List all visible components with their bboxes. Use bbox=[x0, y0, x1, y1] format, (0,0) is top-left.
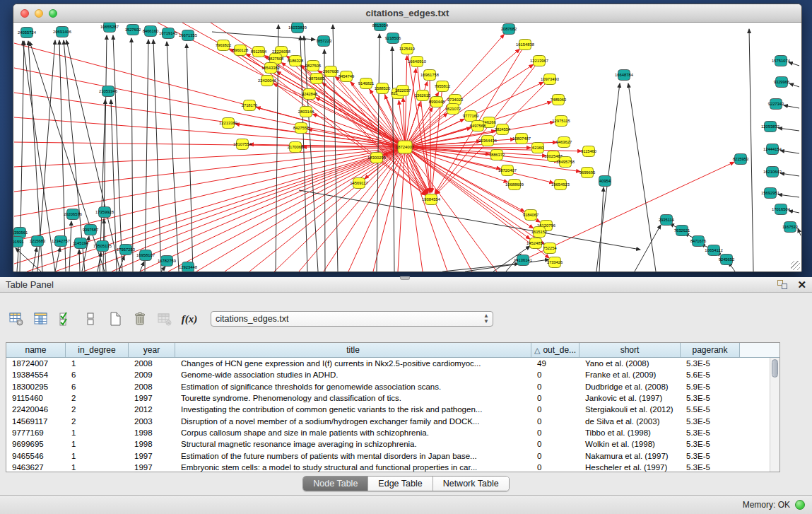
cell-name[interactable]: 14569117 bbox=[6, 417, 66, 426]
graph-node[interactable]: 18107554 bbox=[233, 139, 252, 150]
graph-node[interactable]: 8427552 bbox=[293, 123, 310, 134]
column-header-out-de-[interactable]: △out_de... bbox=[531, 343, 579, 357]
cell-title[interactable]: Changes of HCN gene expression and I(f) … bbox=[175, 359, 531, 368]
table-row[interactable]: 1456911722003Disruption of a novel membe… bbox=[6, 415, 770, 426]
graph-node[interactable]: 16033809 bbox=[288, 23, 307, 33]
graph-node[interactable]: 22420046 bbox=[258, 76, 276, 86]
graph-node[interactable]: 16648784 bbox=[615, 70, 634, 81]
graph-node[interactable]: 2718176 bbox=[242, 100, 258, 111]
cell-title[interactable]: Embryonic stem cells: a model to study s… bbox=[175, 463, 531, 472]
graph-node[interactable]: 16210643 bbox=[763, 167, 782, 177]
graph-node[interactable]: 19384554 bbox=[422, 194, 441, 205]
cell-short[interactable]: Hescheler et al. (1997) bbox=[579, 463, 681, 472]
graph-node[interactable]: 8813054 bbox=[372, 23, 389, 31]
table-row[interactable]: 946362711997Embryonic stem cells: a mode… bbox=[6, 462, 770, 472]
new-table-button[interactable] bbox=[106, 310, 124, 328]
graph-node[interactable]: 752254 bbox=[543, 243, 557, 254]
graph-node[interactable]: 12093832 bbox=[761, 122, 779, 132]
cell-title[interactable]: Estimation of the future numbers of pati… bbox=[175, 452, 531, 460]
column-header-pagerank[interactable]: pagerank bbox=[681, 343, 740, 357]
graph-node[interactable]: 12923448 bbox=[179, 262, 197, 272]
cell-year[interactable]: 2003 bbox=[129, 417, 175, 426]
cell-in-degree[interactable]: 1 bbox=[66, 359, 129, 368]
cell-pagerank[interactable]: 5.3E-5 bbox=[681, 359, 740, 368]
column-header-year[interactable]: year bbox=[129, 343, 175, 357]
graph-node[interactable]: 9218506 bbox=[385, 33, 401, 44]
graph-node[interactable]: 1615152 bbox=[531, 227, 548, 238]
graph-node[interactable]: 2803144 bbox=[298, 107, 314, 117]
graph-node[interactable]: 9329966 bbox=[774, 77, 790, 88]
graph-node[interactable]: 18724007 bbox=[396, 141, 414, 153]
graph-node[interactable]: 10719145 bbox=[159, 28, 177, 39]
cell-name[interactable]: 9115460 bbox=[6, 394, 66, 402]
graph-node[interactable]: 1167533 bbox=[782, 222, 798, 233]
select-column-button[interactable] bbox=[32, 310, 50, 328]
cell-in-degree[interactable]: 1 bbox=[66, 440, 129, 448]
graph-node[interactable]: 15751074 bbox=[772, 56, 791, 66]
graph-node[interactable]: 15692951 bbox=[761, 188, 779, 199]
graph-node[interactable]: 8186328 bbox=[288, 56, 304, 66]
graph-node[interactable]: 7857223 bbox=[316, 36, 332, 47]
graph-node[interactable]: 62160 bbox=[532, 143, 544, 153]
cell-in-degree[interactable]: 2 bbox=[66, 405, 129, 414]
graph-node[interactable]: 6497568 bbox=[470, 121, 486, 132]
cell-short[interactable]: Dudbridge et al. (2008) bbox=[579, 382, 681, 391]
cell-name[interactable]: 9699695 bbox=[6, 440, 66, 448]
cell-pagerank[interactable]: 5.3E-5 bbox=[681, 452, 740, 460]
cell-in-degree[interactable]: 1 bbox=[66, 463, 129, 472]
cell-short[interactable]: Yano et al. (2008) bbox=[579, 359, 681, 368]
graph-node[interactable]: 12342757 bbox=[52, 236, 70, 247]
graph-node[interactable]: 8466160 bbox=[143, 26, 159, 37]
graph-node[interactable]: 9146821 bbox=[358, 78, 375, 89]
cell-year[interactable]: 1998 bbox=[129, 428, 175, 437]
graph-node[interactable]: 21053346 bbox=[99, 86, 117, 97]
cell-short[interactable]: Stergiakouli et al. (2012) bbox=[579, 405, 681, 414]
scrollbar-thumb[interactable] bbox=[772, 359, 778, 378]
tab-node-table[interactable]: Node Table bbox=[303, 477, 368, 491]
cell-out-de-[interactable]: 0 bbox=[531, 405, 579, 414]
table-vertical-scrollbar[interactable] bbox=[770, 358, 779, 472]
column-header-title[interactable]: title bbox=[175, 343, 531, 357]
cell-in-degree[interactable]: 6 bbox=[66, 382, 129, 391]
tab-network-table[interactable]: Network Table bbox=[433, 477, 509, 491]
table-row[interactable]: 1938455462009Genome-wide association stu… bbox=[6, 369, 770, 380]
graph-node[interactable]: 12975115 bbox=[552, 116, 570, 127]
graph-node[interactable]: 8960128 bbox=[233, 45, 249, 56]
network-window[interactable]: citations_edges.txt 18724007240557242069… bbox=[13, 4, 802, 272]
graph-node[interactable]: 16640910 bbox=[408, 57, 426, 67]
cell-out-de-[interactable]: 0 bbox=[531, 394, 579, 402]
graph-node[interactable]: 9242848 bbox=[302, 89, 318, 100]
graph-node[interactable]: 7485063 bbox=[551, 95, 567, 105]
table-row[interactable]: 977716911998Corpus callosum shape and si… bbox=[6, 427, 770, 438]
graph-node[interactable]: 2087682 bbox=[501, 24, 517, 35]
graph-node[interactable]: 3824554 bbox=[495, 124, 511, 135]
cell-title[interactable]: Estimation of significance thresholds fo… bbox=[175, 382, 531, 391]
graph-node[interactable]: 7955812 bbox=[435, 81, 451, 92]
cell-short[interactable]: Tibbo et al. (1998) bbox=[579, 428, 681, 437]
cell-out-de-[interactable]: 49 bbox=[531, 359, 579, 368]
cell-pagerank[interactable]: 5.3E-5 bbox=[681, 417, 740, 426]
select-rows-button[interactable] bbox=[57, 310, 75, 328]
cell-title[interactable]: Genome-wide association studies in ADHD. bbox=[175, 370, 531, 379]
graph-node[interactable]: 10973493 bbox=[541, 74, 559, 85]
cell-in-degree[interactable]: 2 bbox=[66, 417, 129, 426]
table-settings-button[interactable] bbox=[7, 310, 25, 328]
graph-node[interactable]: 9115460 bbox=[581, 146, 596, 157]
graph-node[interactable]: 12444154 bbox=[763, 144, 782, 155]
cell-out-de-[interactable]: 0 bbox=[531, 370, 579, 379]
cell-pagerank[interactable]: 5.3E-5 bbox=[681, 394, 740, 402]
table-row[interactable]: 946554611997Estimation of the future num… bbox=[6, 450, 770, 461]
close-panel-icon[interactable]: ✕ bbox=[797, 280, 806, 290]
cell-year[interactable]: 1997 bbox=[129, 394, 175, 402]
cell-short[interactable]: Jankovic et al. (1997) bbox=[579, 394, 681, 402]
graph-node[interactable]: 2935114 bbox=[659, 215, 675, 226]
cell-in-degree[interactable]: 1 bbox=[66, 428, 129, 437]
cell-name[interactable]: 9465546 bbox=[6, 452, 66, 460]
cell-out-de-[interactable]: 0 bbox=[531, 417, 579, 426]
graph-node[interactable]: 10655287 bbox=[100, 23, 119, 33]
graph-node[interactable]: 18720407 bbox=[498, 165, 517, 176]
cell-year[interactable]: 2009 bbox=[129, 370, 175, 379]
cell-name[interactable]: 9463627 bbox=[6, 463, 66, 472]
graph-node[interactable]: 16154838 bbox=[516, 40, 534, 50]
graph-node[interactable]: 20691406 bbox=[53, 27, 71, 37]
